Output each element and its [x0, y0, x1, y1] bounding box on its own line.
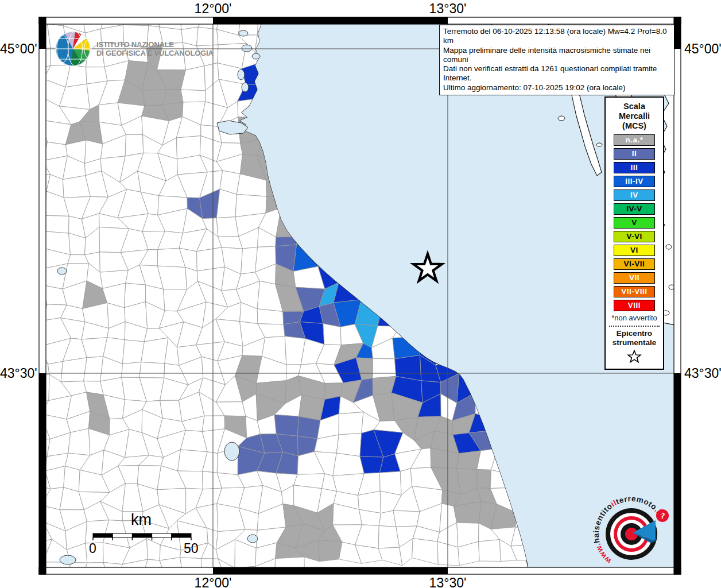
municipality-cell: [80, 585, 110, 588]
municipality-cell: [239, 575, 258, 588]
municipality-cell: [125, 135, 144, 156]
frame-black-segment: [39, 17, 46, 49]
croatia-island: [666, 245, 672, 249]
ingv-logo: ISTITUTO NAZIONALE DI GEOFISICA E VULCAN…: [54, 30, 214, 68]
legend-epicenter-star: [606, 350, 663, 366]
municipality-cell: [100, 575, 127, 588]
lake: [252, 53, 260, 59]
axis-label-left: 45°00': [0, 41, 36, 57]
legend-swatch-ii: II: [614, 148, 655, 160]
municipality-cell: [42, 578, 68, 588]
frame-black-segment: [213, 17, 448, 24]
legend-swatch-vi: VI: [614, 245, 655, 256]
legend-swatch-vii: VII: [614, 272, 655, 284]
municipality-cell: [479, 540, 501, 562]
municipality-cell: [122, 340, 144, 364]
legend-swatch-viiviii: VII-VIII: [614, 286, 655, 297]
scale-bar-segment: [93, 533, 113, 537]
legend-title-line: Scala: [606, 102, 663, 111]
municipality-cell: [257, 309, 284, 324]
scale-bar-segment: [113, 533, 132, 537]
legend-items: n.a.*IIIIIIII-IVIVIV-VVV-VIVIVI-VIIVIIVI…: [606, 134, 663, 311]
legend-epicenter-line: strumentale: [606, 338, 663, 347]
municipality-cell: [65, 580, 86, 588]
croatia-island: [596, 143, 602, 146]
municipality-cell: [336, 433, 361, 456]
frame-black-segment: [213, 567, 448, 574]
scale-bar-segment: [172, 533, 191, 537]
scalebar-unit: km: [131, 511, 152, 529]
municipality-cell: [166, 580, 185, 588]
municipality-cell: [178, 450, 208, 471]
lake: [239, 30, 248, 36]
axis-label-bottom: 13°30': [427, 575, 468, 588]
municipality-cell: [274, 415, 299, 436]
ingv-line2: DI GEOFISICA E VULCANOLOGIA: [96, 49, 214, 57]
municipality-cell: [257, 575, 284, 588]
municipality-cell: [456, 451, 481, 470]
municipality-cell: [181, 90, 206, 102]
legend-divider: [609, 326, 660, 327]
legend-title-line: (MCS): [606, 121, 663, 131]
legend-swatch-viii: VIII: [614, 300, 655, 311]
municipality-cell: [216, 189, 237, 218]
legend-swatch-iiiiv: III-IV: [614, 176, 655, 187]
legend-epicenter-title: Epicentro strumentale: [606, 329, 663, 347]
lake: [60, 555, 76, 564]
municipality-cell: [122, 362, 141, 378]
municipality-cell: [333, 453, 365, 475]
star-icon: [627, 350, 642, 363]
ingv-globe-icon: [54, 30, 92, 68]
municipality-cell: [323, 324, 342, 345]
info-line-map: Mappa preliminare delle intensità macros…: [443, 46, 670, 65]
croatia-island: [558, 116, 565, 121]
municipality-cell: [68, 428, 90, 455]
legend-swatch-v: V: [614, 217, 655, 229]
legend-swatch-iv: IV: [614, 189, 655, 201]
lake: [224, 442, 239, 461]
lake: [57, 268, 67, 274]
earthquake-info-box: Terremoto del 06-10-2025 12:13:58 (ora l…: [439, 25, 675, 95]
scalebar-end: 50: [184, 541, 199, 556]
frame-black-segment: [674, 17, 681, 49]
axis-label-top: 12°00': [192, 1, 234, 17]
municipality-cell: [373, 358, 396, 378]
axis-label-bottom: 12°00': [192, 575, 234, 588]
info-line-event: Terremoto del 06-10-2025 12:13:58 (ora l…: [443, 27, 670, 46]
axis-label-right: 45°00': [684, 41, 721, 57]
info-line-data: Dati non verificati estratti da 1261 que…: [443, 64, 670, 83]
municipality-cell: [275, 578, 305, 588]
municipality-cell: [84, 357, 103, 381]
scale-bar-segment: [132, 533, 152, 537]
legend-swatch-na: n.a.*: [614, 134, 655, 146]
municipality-cell: [139, 362, 165, 378]
municipality-cell: [318, 540, 342, 561]
screenshot-stage: ISTITUTO NAZIONALE DI GEOFISICA E VULCAN…: [0, 0, 721, 588]
legend-title: Scala Mercalli (MCS): [606, 102, 663, 131]
municipality-cell: [25, 97, 41, 120]
haisentitoilterremoto-logo: ?www.haisentitoilterremoto.it: [590, 489, 676, 575]
legend-swatch-ivv: IV-V: [614, 203, 655, 215]
mercalli-legend: Scala Mercalli (MCS) n.a.*IIIIIIII-IVIVI…: [604, 96, 664, 370]
axis-label-left: 43°30': [0, 366, 36, 381]
scale-bar-segment: [152, 533, 172, 537]
municipality-cell: [297, 416, 320, 439]
municipality-cell: [141, 338, 168, 363]
frame-black-segment: [39, 373, 46, 574]
municipality-cell: [393, 510, 420, 527]
axis-label-right: 43°30': [684, 366, 721, 381]
municipality-cell: [140, 577, 168, 588]
legend-epicenter-line: Epicentro: [606, 329, 663, 338]
legend-swatch-vivii: VI-VII: [614, 258, 655, 270]
lake: [242, 83, 249, 92]
legend-swatch-vvi: V-VI: [614, 231, 655, 242]
legend-footnote: *non avvertito: [606, 314, 663, 322]
municipality-cell: [121, 575, 143, 588]
info-line-update: Ultimo aggiornamento: 07-10-2025 19:02 (…: [443, 83, 670, 92]
scalebar-start: 0: [89, 541, 96, 556]
municipality-cell: [216, 217, 238, 237]
municipality-cell: [23, 578, 49, 588]
lake: [242, 45, 252, 52]
municipality-cell: [61, 358, 87, 382]
ingv-line1: ISTITUTO NAZIONALE: [96, 40, 214, 49]
